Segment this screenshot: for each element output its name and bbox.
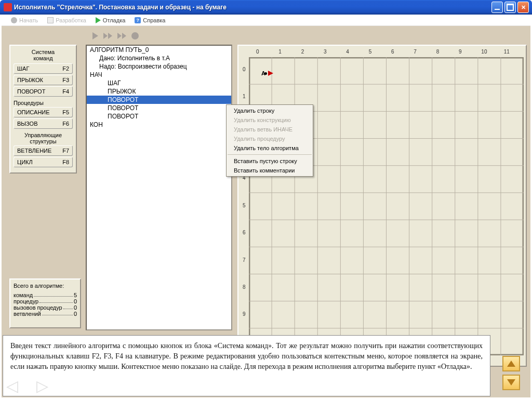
code-line[interactable]: ШАГ	[87, 79, 231, 87]
slide-next-button[interactable]	[502, 375, 520, 390]
cmd-jump-button[interactable]: ПРЫЖОКF3	[14, 75, 73, 85]
command-palette: Системакоманд ШАГF2 ПРЫЖОКF3 ПОВОРОТF4 П…	[9, 45, 77, 174]
context-menu: Удалить строку Удалить конструкцию Удали…	[226, 104, 313, 177]
col-label: 3	[324, 49, 327, 55]
col-label: 5	[369, 49, 372, 55]
window-close-button[interactable]	[517, 2, 529, 13]
play-icon[interactable]	[92, 32, 98, 39]
playback-toolbar	[92, 29, 139, 43]
palette-sub-procedures: Процедуры	[14, 100, 73, 106]
col-label: 8	[436, 49, 440, 55]
code-line[interactable]: КОН	[87, 121, 231, 129]
code-line[interactable]: АЛГОРИТМ ПУТЬ_0	[87, 46, 231, 54]
ctx-delete-body[interactable]: Удалить тело алгоритма	[227, 143, 313, 153]
row-label: 5	[243, 203, 246, 208]
code-line[interactable]: ПОВОРОТ	[87, 104, 231, 112]
menu-develop[interactable]: Разработка	[47, 17, 86, 23]
col-label: 4	[346, 49, 349, 55]
grid-canvas-panel: A 01234567891011012345678910	[237, 45, 527, 367]
window-titlebar: Исполнитель "Стрелочка". Постановка зада…	[0, 0, 532, 15]
cmd-step-button[interactable]: ШАГF2	[14, 63, 73, 74]
skip-icon[interactable]	[117, 33, 126, 39]
explanation-text: Введен текст линейного алгоритма с помощ…	[3, 335, 490, 396]
algorithm-stats: Всего в алгоритме: команд5 процедур0 выз…	[9, 278, 81, 328]
stop-icon[interactable]	[131, 32, 139, 39]
col-label: 10	[481, 49, 487, 55]
pager-right-icon[interactable]: ▷	[36, 377, 48, 395]
app-icon	[4, 3, 12, 11]
ctx-delete-procedure: Удалить процедуру	[227, 134, 313, 143]
arrow-right-icon	[268, 71, 273, 76]
palette-title: Системакоманд	[12, 49, 74, 61]
cmd-call-button[interactable]: ВЫЗОВF6	[14, 118, 73, 129]
code-line[interactable]: Надо: Воспроизвести образец	[87, 62, 231, 71]
menu-help[interactable]: Справка	[135, 17, 165, 23]
main-menu: Начать Разработка Отладка Справка	[2, 15, 530, 26]
col-label: 1	[278, 49, 282, 55]
row-label: 6	[243, 230, 246, 235]
row-label: 9	[243, 311, 246, 317]
code-editor[interactable]: АЛГОРИТМ ПУТЬ_0 Дано: Исполнитель в т.А …	[86, 45, 232, 330]
code-line[interactable]: ПОВОРОТ	[87, 112, 231, 121]
window-minimize-button[interactable]	[491, 2, 503, 13]
window-title: Исполнитель "Стрелочка". Постановка зада…	[14, 4, 491, 11]
slide-prev-button[interactable]	[502, 356, 520, 371]
row-label: 0	[243, 66, 246, 72]
code-line[interactable]: ПРЫЖОК	[87, 87, 231, 96]
window-maximize-button[interactable]	[504, 2, 516, 13]
cmd-turn-button[interactable]: ПОВОРОТF4	[14, 86, 73, 97]
ctx-delete-line[interactable]: Удалить строку	[227, 106, 313, 115]
row-label: 1	[243, 94, 246, 99]
code-line[interactable]: Дано: Исполнитель в т.А	[87, 54, 231, 62]
fast-forward-icon[interactable]	[103, 33, 112, 39]
ctx-delete-else: Удалить ветвь ИНАЧЕ	[227, 125, 313, 134]
col-label: 0	[256, 49, 259, 55]
col-label: 11	[504, 49, 510, 55]
cmd-loop-button[interactable]: ЦИКЛF8	[14, 157, 73, 167]
code-line[interactable]: НАЧ	[87, 71, 231, 79]
col-label: 7	[414, 49, 417, 55]
row-label: 7	[243, 257, 246, 263]
ctx-insert-empty[interactable]: Вставить пустую строку	[227, 156, 313, 166]
col-label: 6	[391, 49, 394, 55]
pager-left-icon[interactable]: ◁	[6, 377, 18, 395]
menu-start[interactable]: Начать	[11, 17, 38, 23]
ctx-separator	[228, 154, 312, 155]
cmd-branch-button[interactable]: ВЕТВЛЕНИЕF7	[14, 145, 73, 156]
palette-sub-control: Управляющиеструктуры	[14, 132, 73, 144]
grid-canvas[interactable]	[249, 57, 524, 355]
ctx-delete-construction: Удалить конструкцию	[227, 115, 313, 125]
col-label: 2	[301, 49, 304, 55]
stats-header: Всего в алгоритме:	[14, 283, 77, 289]
executor-marker: A	[261, 70, 273, 76]
ctx-insert-comment[interactable]: Вставить комментарии	[227, 166, 313, 175]
col-label: 9	[459, 49, 462, 55]
row-label: 8	[243, 284, 246, 290]
cmd-desc-button[interactable]: ОПИСАНИЕF5	[14, 107, 73, 117]
marker-dot-icon	[264, 72, 267, 75]
menu-debug[interactable]: Отладка	[96, 17, 125, 23]
code-line-selected[interactable]: ПОВОРОТ	[87, 96, 231, 104]
